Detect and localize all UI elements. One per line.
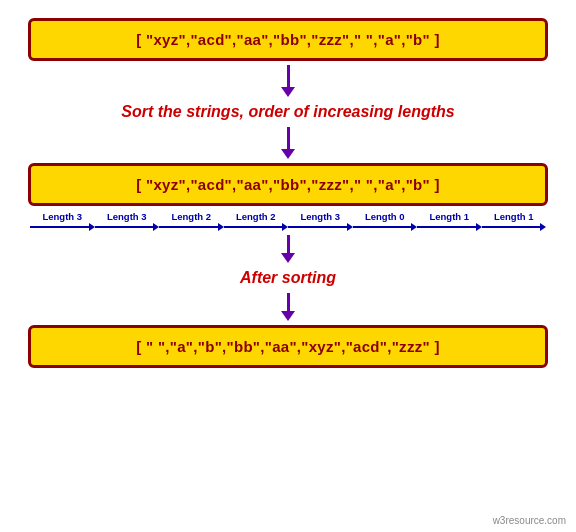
length-item-2: Length 2 bbox=[159, 211, 224, 231]
watermark: w3resource.com bbox=[493, 515, 566, 526]
length-item-1: Length 3 bbox=[95, 211, 160, 231]
arrow-4 bbox=[281, 293, 295, 321]
length-label-4: Length 3 bbox=[300, 211, 340, 222]
length-label-0: Length 3 bbox=[42, 211, 82, 222]
length-label-1: Length 3 bbox=[107, 211, 147, 222]
sort-label: Sort the strings, order of increasing le… bbox=[121, 103, 454, 121]
length-item-3: Length 2 bbox=[224, 211, 289, 231]
annotated-array: [ "xyz","acd","aa","bb","zzz"," ","a","b… bbox=[28, 163, 548, 206]
length-item-0: Length 3 bbox=[30, 211, 95, 231]
length-label-5: Length 0 bbox=[365, 211, 405, 222]
lengths-row: Length 3Length 3Length 2Length 2Length 3… bbox=[28, 211, 548, 231]
arrow-1 bbox=[281, 65, 295, 97]
length-label-7: Length 1 bbox=[494, 211, 534, 222]
lengths-section: Length 3Length 3Length 2Length 2Length 3… bbox=[28, 209, 548, 231]
length-item-5: Length 0 bbox=[353, 211, 418, 231]
length-label-6: Length 1 bbox=[429, 211, 469, 222]
after-sorting-label: After sorting bbox=[240, 269, 336, 287]
length-item-4: Length 3 bbox=[288, 211, 353, 231]
length-label-3: Length 2 bbox=[236, 211, 276, 222]
length-label-2: Length 2 bbox=[171, 211, 211, 222]
input-array: [ "xyz","acd","aa","bb","zzz"," ","a","b… bbox=[28, 18, 548, 61]
length-item-6: Length 1 bbox=[417, 211, 482, 231]
arrow-2 bbox=[281, 127, 295, 159]
arrow-3 bbox=[281, 235, 295, 263]
result-array: [ " ","a","b","bb","aa","xyz","acd","zzz… bbox=[28, 325, 548, 368]
length-item-7: Length 1 bbox=[482, 211, 547, 231]
